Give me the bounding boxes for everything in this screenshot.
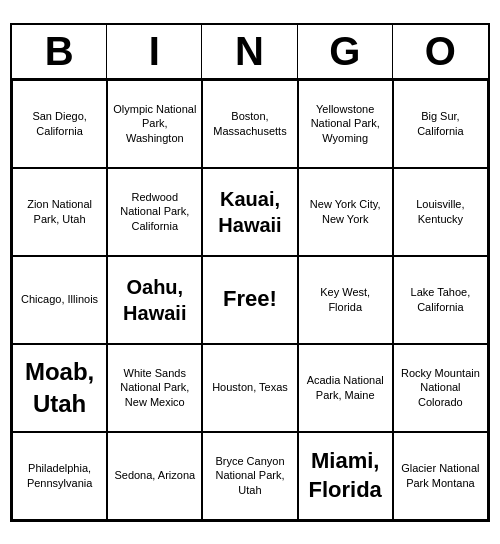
bingo-cell-1: Olympic National Park, Washington xyxy=(107,80,202,168)
bingo-cell-4: Big Sur, California xyxy=(393,80,488,168)
bingo-cell-15: Moab, Utah xyxy=(12,344,107,432)
bingo-header: BINGO xyxy=(12,25,488,80)
bingo-cell-5: Zion National Park, Utah xyxy=(12,168,107,256)
bingo-cell-21: Sedona, Arizona xyxy=(107,432,202,520)
bingo-cell-22: Bryce Canyon National Park, Utah xyxy=(202,432,297,520)
bingo-cell-8: New York City, New York xyxy=(298,168,393,256)
bingo-grid: San Diego, CaliforniaOlympic National Pa… xyxy=(12,80,488,520)
bingo-cell-14: Lake Tahoe, California xyxy=(393,256,488,344)
bingo-card: BINGO San Diego, CaliforniaOlympic Natio… xyxy=(10,23,490,522)
bingo-cell-0: San Diego, California xyxy=(12,80,107,168)
bingo-cell-23: Miami, Florida xyxy=(298,432,393,520)
bingo-letter-n: N xyxy=(202,25,297,78)
bingo-letter-g: G xyxy=(298,25,393,78)
bingo-cell-24: Glacier National Park Montana xyxy=(393,432,488,520)
bingo-letter-b: B xyxy=(12,25,107,78)
bingo-cell-19: Rocky Mountain National Colorado xyxy=(393,344,488,432)
bingo-cell-6: Redwood National Park, California xyxy=(107,168,202,256)
bingo-cell-2: Boston, Massachusetts xyxy=(202,80,297,168)
bingo-cell-18: Acadia National Park, Maine xyxy=(298,344,393,432)
bingo-cell-11: Oahu, Hawaii xyxy=(107,256,202,344)
bingo-cell-20: Philadelphia, Pennsylvania xyxy=(12,432,107,520)
bingo-cell-3: Yellowstone National Park, Wyoming xyxy=(298,80,393,168)
bingo-letter-i: I xyxy=(107,25,202,78)
bingo-cell-7: Kauai, Hawaii xyxy=(202,168,297,256)
bingo-cell-12: Free! xyxy=(202,256,297,344)
bingo-cell-16: White Sands National Park, New Mexico xyxy=(107,344,202,432)
bingo-cell-10: Chicago, Illinois xyxy=(12,256,107,344)
bingo-letter-o: O xyxy=(393,25,488,78)
bingo-cell-17: Houston, Texas xyxy=(202,344,297,432)
bingo-cell-9: Louisville, Kentucky xyxy=(393,168,488,256)
bingo-cell-13: Key West, Florida xyxy=(298,256,393,344)
